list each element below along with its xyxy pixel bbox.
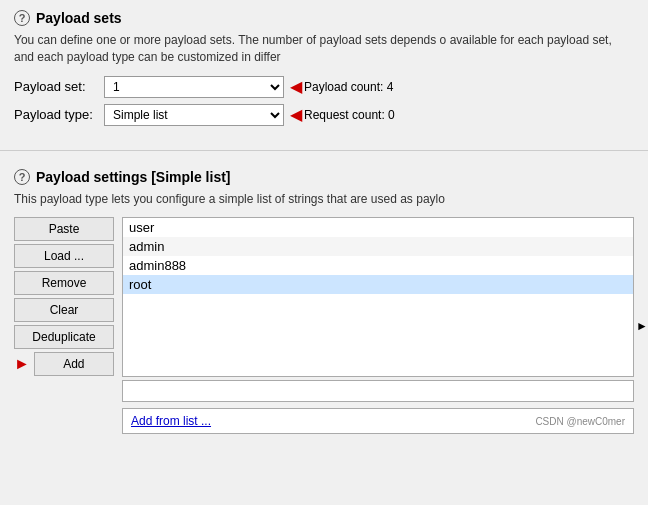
payload-sets-help-icon[interactable]: ? (14, 10, 30, 26)
payload-settings-heading: Payload settings [Simple list] (36, 169, 231, 185)
list-item[interactable]: root (123, 275, 633, 294)
payload-count-label: ◀ Payload count: 4 (290, 77, 393, 96)
request-count-arrow: ◀ (290, 105, 302, 124)
add-from-list-row[interactable]: Add from list ... CSDN @newC0mer (122, 408, 634, 434)
payload-settings-help-icon[interactable]: ? (14, 169, 30, 185)
payload-settings-section: ? Payload settings [Simple list] This pa… (0, 159, 648, 445)
section-divider (0, 150, 648, 151)
list-item[interactable]: user (123, 218, 633, 237)
list-item[interactable]: admin (123, 237, 633, 256)
watermark-label: CSDN @newC0mer (535, 416, 625, 427)
payload-set-row: Payload set: 1 2 3 4 ◀ Payload count: 4 (14, 76, 634, 98)
payload-type-row: Payload type: Simple list Runtime file C… (14, 104, 634, 126)
paste-button[interactable]: Paste (14, 217, 114, 241)
add-arrow-icon: ► (14, 355, 30, 373)
payload-sets-heading: Payload sets (36, 10, 122, 26)
payload-type-select[interactable]: Simple list Runtime file Custom iterator… (104, 104, 284, 126)
clear-button[interactable]: Clear (14, 298, 114, 322)
payload-type-label: Payload type: (14, 107, 104, 122)
payload-list[interactable]: useradminadmin888root (122, 217, 634, 377)
load-button[interactable]: Load ... (14, 244, 114, 268)
scroll-arrow-icon: ► (636, 319, 648, 333)
add-from-list-link[interactable]: Add from list ... (131, 414, 535, 428)
deduplicate-button[interactable]: Deduplicate (14, 325, 114, 349)
add-input[interactable] (122, 380, 634, 402)
request-count-label: ◀ Request count: 0 (290, 105, 395, 124)
add-btn-wrap: ► Add (14, 352, 114, 376)
payload-sets-title: ? Payload sets (14, 10, 634, 26)
payload-settings-title: ? Payload settings [Simple list] (14, 169, 634, 185)
payload-sets-section: ? Payload sets You can define one or mor… (0, 0, 648, 142)
payload-settings-description: This payload type lets you configure a s… (14, 191, 634, 208)
payload-sets-description: You can define one or more payload sets.… (14, 32, 634, 66)
payload-count-arrow: ◀ (290, 77, 302, 96)
payload-set-label: Payload set: (14, 79, 104, 94)
payload-set-select[interactable]: 1 2 3 4 (104, 76, 284, 98)
add-button[interactable]: Add (34, 352, 114, 376)
payload-list-area: useradminadmin888root ► Add from list ..… (122, 217, 634, 434)
remove-button[interactable]: Remove (14, 271, 114, 295)
action-buttons-column: Paste Load ... Remove Clear Deduplicate … (14, 217, 114, 434)
payload-body: Paste Load ... Remove Clear Deduplicate … (14, 217, 634, 434)
add-input-row (122, 380, 634, 402)
list-item[interactable]: admin888 (123, 256, 633, 275)
